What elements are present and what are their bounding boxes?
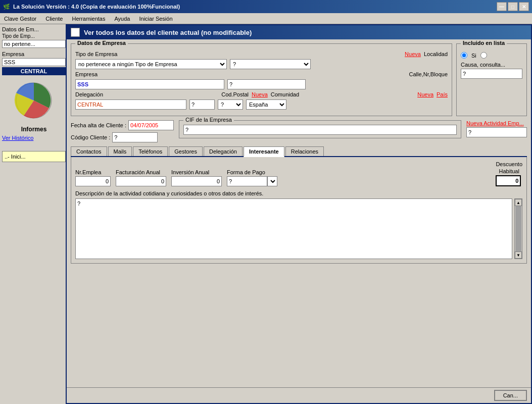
minimize-button[interactable]: — [497,2,507,11]
causa-input[interactable] [461,69,522,79]
scroll-down-button[interactable]: ▼ [515,251,522,259]
dialog-content: Datos de Empresa Tipo de Empresa Nueva L… [67,39,531,387]
tipo-empresa-select[interactable]: no pertenece a ningún Tipo de Empresa [75,59,227,69]
fecha-input[interactable] [128,120,174,130]
dialog-icon: ℹ [71,28,80,37]
menu-cliente[interactable]: Cliente [43,15,65,22]
datos-empresa-legend: Datos de Empresa [75,40,128,46]
descuento-habitual-label: Habitual [496,168,522,174]
comunidad-label: Comunidad [271,91,299,97]
forma-pago-input[interactable] [227,176,267,186]
nueva2-link[interactable]: Nueva [252,91,268,97]
incluido-legend: Incluido en lista [461,40,507,46]
sidebar-empresa-central[interactable]: CENTRAL [2,67,66,75]
actividad-section: Nueva Actividad Emp... [466,120,527,137]
main-window: Datos de Em... Tipo de Emp... no pertene… [0,24,532,404]
tab-contactos[interactable]: Contactos [71,146,107,156]
sidebar-tipo-empresa-value: no pertene... [2,40,66,48]
menu-herramientas[interactable]: Herramientas [70,15,107,22]
cif-legend: CIF de la Empresa [183,117,234,123]
pais-label: País [437,91,448,97]
facturacion-label: Facturación Anual [116,169,166,175]
cif-input[interactable] [183,125,457,135]
tab-interesante[interactable]: Interesante [244,146,284,157]
incluido-section: Incluido en lista Si Causa, consulta... [456,43,527,116]
localidad-select[interactable]: ? [230,59,311,69]
dialog-bottom: Can... [67,387,531,403]
descuento-field: Descuento Habitual [496,161,522,186]
facturacion-input[interactable] [116,176,166,186]
window-title: La Solución Versión : 4.0 (Copia de eval… [13,4,180,10]
sidebar-ver-historico[interactable]: Ver Histórico [2,135,66,141]
codigo-input[interactable] [112,132,158,142]
sidebar-tipo-empresa-label: Tipo de Emp... [2,33,66,39]
incluido-si-radio[interactable] [461,52,467,59]
sidebar-empresa-label: Empresa [2,51,66,57]
nueva3-link[interactable]: Nueva [417,91,433,97]
menu-bar: Clave Gestor Cliente Herramientas Ayuda … [0,13,532,24]
descuento-label: Descuento [496,161,522,167]
descripcion-textarea[interactable] [75,198,512,259]
sidebar-empresa-sss: SSS [2,58,66,66]
cancel-button[interactable]: Can... [494,390,527,401]
calle-label: Calle,Nr,Bloque [409,71,448,77]
dialog-title-text: Ver todos los datos del cliente actual (… [84,29,252,36]
descripcion-label: Descripción de la actividad cotidiana y … [75,190,522,196]
nr-emplea-field: Nr.Emplea [75,169,111,186]
nr-emplea-label: Nr.Emplea [75,169,111,175]
causa-label: Causa, consulta... [461,62,522,68]
sidebar-informes: Informes [2,126,66,133]
codpostal-input[interactable] [189,99,215,110]
menu-iniciar-sesion[interactable]: Iniciar Sesión [137,15,174,22]
tab-telefonos[interactable]: Teléfonos [133,146,168,156]
calle-input[interactable] [227,79,306,89]
sidebar-datos-empresa: Datos de Em... [2,26,66,32]
menu-clave-gestor[interactable]: Clave Gestor [2,15,38,22]
tab-relaciones[interactable]: Relaciones [285,146,324,156]
tab-delegacion[interactable]: Delegación [204,146,243,156]
menu-ayuda[interactable]: Ayuda [112,15,132,22]
tab-interesante-content: Nr.Emplea Facturación Anual Inversión An… [71,157,527,264]
comunidad-select[interactable]: ? [218,99,243,110]
tipo-empresa-label: Tipo de Empresa [75,51,117,57]
incluido-no-radio[interactable] [480,52,487,59]
localidad-label: Localidad [424,51,448,57]
close-button[interactable]: ✕ [519,2,529,11]
codigo-label: Código Cliente : [71,134,110,140]
delegacion-input[interactable] [75,99,186,110]
title-bar: 🌿 La Solución Versión : 4.0 (Copia de ev… [0,0,532,13]
fecha-label: Fecha alta de Cliente : [71,122,126,128]
forma-pago-select[interactable] [267,176,277,186]
tab-gestores[interactable]: Gestores [169,146,203,156]
scroll-up-button[interactable]: ▲ [515,199,522,206]
datos-empresa-section: Datos de Empresa Tipo de Empresa Nueva L… [71,43,452,116]
app-icon: 🌿 [3,4,10,10]
scroll-track [515,206,521,251]
nueva-link[interactable]: Nueva [405,51,421,57]
forma-pago-label: Forma de Pago [227,169,277,175]
empresa-input[interactable] [75,79,224,89]
cif-section: CIF de la Empresa [179,120,461,138]
inversion-label: Inversión Anual [171,169,222,175]
sidebar-inicio: ..- Inici... [2,151,66,162]
sidebar: Datos de Em... Tipo de Emp... no pertene… [0,24,68,404]
nr-emplea-input[interactable] [75,176,111,186]
incluido-si-label: Si [471,53,476,59]
tab-mails[interactable]: Mails [108,146,132,156]
pie-chart [14,80,54,121]
dialog: ℹ Ver todos los datos del cliente actual… [66,24,532,404]
dialog-title-bar: ℹ Ver todos los datos del cliente actual… [67,25,531,39]
inversion-input[interactable] [171,176,222,186]
pais-select[interactable]: España [246,99,286,110]
delegacion-label: Delegación [75,91,103,97]
empresa-label: Empresa [75,71,98,77]
tabs-container: Contactos Mails Teléfonos Gestores Deleg… [71,146,527,264]
restore-button[interactable]: □ [508,2,518,11]
scrollbar-vertical[interactable]: ▲ ▼ [514,198,522,259]
nueva-actividad-link[interactable]: Nueva Actividad Emp... [466,120,527,126]
codpostal-label: Cod.Postal [221,91,249,97]
inversion-field: Inversión Anual [171,169,222,186]
actividad-input[interactable] [466,127,527,137]
descuento-input[interactable] [496,175,521,186]
facturacion-field: Facturación Anual [116,169,166,186]
